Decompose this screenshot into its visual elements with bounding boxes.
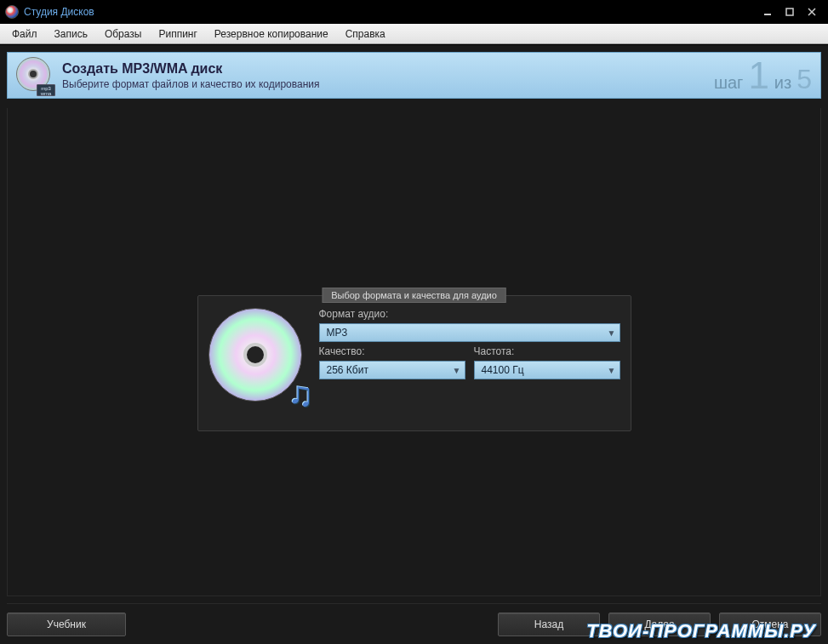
app-title: Студия Дисков bbox=[24, 6, 94, 18]
svg-rect-0 bbox=[764, 14, 771, 15]
format-value: MP3 bbox=[327, 327, 348, 339]
step-sep: из bbox=[774, 73, 791, 93]
cancel-button[interactable]: Отмена bbox=[719, 613, 821, 636]
minimize-button[interactable] bbox=[757, 3, 779, 20]
chevron-down-icon: ▼ bbox=[608, 328, 616, 338]
app-icon bbox=[5, 5, 19, 19]
tutorial-button[interactable]: Учебник bbox=[7, 613, 126, 636]
banner-text: Создать MP3/WMA диск Выберите формат фай… bbox=[62, 61, 705, 90]
banner-subtitle: Выберите формат файлов и качество их код… bbox=[62, 78, 705, 90]
step-current: 1 bbox=[748, 57, 768, 94]
step-prefix: шаг bbox=[714, 73, 743, 93]
chevron-down-icon: ▼ bbox=[453, 366, 461, 375]
banner-icon-tag: mp3 wma bbox=[37, 84, 55, 96]
button-bar: Учебник Назад Далее Отмена bbox=[7, 603, 821, 637]
step-banner: mp3 wma Создать MP3/WMA диск Выберите фо… bbox=[7, 52, 821, 99]
rate-combo[interactable]: 44100 Гц ▼ bbox=[474, 361, 620, 379]
disc-music-icon: ♫ bbox=[208, 308, 311, 410]
music-note-icon: ♫ bbox=[288, 375, 314, 413]
rate-value: 44100 Гц bbox=[482, 364, 524, 376]
step-total: 5 bbox=[797, 66, 812, 93]
quality-combo[interactable]: 256 Кбит ▼ bbox=[319, 361, 465, 379]
maximize-button[interactable] bbox=[779, 3, 801, 20]
format-combo[interactable]: MP3 ▼ bbox=[319, 323, 620, 342]
format-label: Формат аудио: bbox=[319, 308, 620, 320]
main-frame: mp3 wma Создать MP3/WMA диск Выберите фо… bbox=[0, 44, 828, 644]
menu-file[interactable]: Файл bbox=[3, 24, 46, 43]
rate-label: Частота: bbox=[474, 345, 620, 357]
audio-format-groupbox: Выбор формата и качества для аудио ♫ Фор… bbox=[197, 295, 631, 431]
titlebar: Студия Дисков bbox=[0, 0, 828, 24]
banner-disc-icon: mp3 wma bbox=[16, 57, 54, 94]
window-controls bbox=[757, 3, 823, 20]
menu-burn[interactable]: Запись bbox=[46, 24, 96, 43]
fields: Формат аудио: MP3 ▼ Качество: 256 Кбит ▼ bbox=[319, 308, 620, 420]
menu-help[interactable]: Справка bbox=[337, 24, 394, 43]
workarea: Выбор формата и качества для аудио ♫ Фор… bbox=[7, 108, 821, 596]
groupbox-legend: Выбор формата и качества для аудио bbox=[322, 288, 506, 303]
back-button[interactable]: Назад bbox=[498, 613, 600, 636]
menu-ripping[interactable]: Риппинг bbox=[150, 24, 205, 43]
close-button[interactable] bbox=[801, 3, 823, 20]
step-indicator: шаг 1 из 5 bbox=[714, 57, 812, 94]
menubar: Файл Запись Образы Риппинг Резервное коп… bbox=[0, 24, 828, 44]
menu-backup[interactable]: Резервное копирование bbox=[206, 24, 337, 43]
menu-images[interactable]: Образы bbox=[96, 24, 151, 43]
chevron-down-icon: ▼ bbox=[608, 366, 616, 375]
titlebar-left: Студия Дисков bbox=[5, 5, 94, 19]
next-button[interactable]: Далее bbox=[608, 613, 711, 636]
banner-title: Создать MP3/WMA диск bbox=[62, 61, 705, 77]
svg-rect-1 bbox=[786, 9, 793, 15]
quality-label: Качество: bbox=[319, 345, 465, 357]
quality-value: 256 Кбит bbox=[327, 364, 368, 376]
